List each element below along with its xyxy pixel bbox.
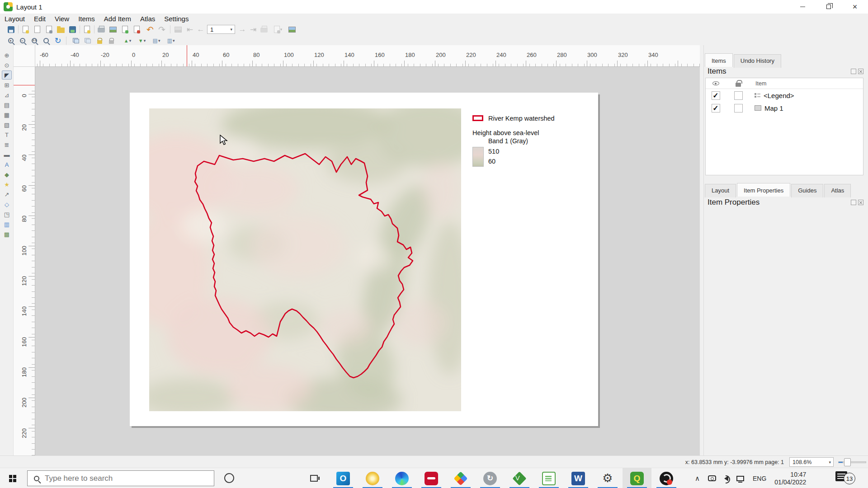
unlock-items-button[interactable] xyxy=(107,36,116,45)
add-3d-map-button[interactable]: ▦ xyxy=(2,110,12,119)
zoom-actual-button[interactable]: 1:1 xyxy=(30,36,39,45)
redo-button[interactable]: ↷ xyxy=(157,25,166,34)
layout-canvas[interactable]: River Kemp watershed Height above sea-le… xyxy=(35,67,700,455)
export-pdf-button[interactable] xyxy=(132,25,141,34)
layout-page[interactable]: River Kemp watershed Height above sea-le… xyxy=(130,93,598,426)
visibility-checkbox[interactable]: ✓ xyxy=(712,104,720,113)
taskbar-app-settings[interactable]: ⚙ xyxy=(593,468,622,488)
last-feature-button[interactable]: ⇥ xyxy=(249,25,258,34)
zoom-slider[interactable] xyxy=(838,461,866,463)
save-as-template-button[interactable] xyxy=(68,25,77,34)
legend-item[interactable]: River Kemp watershed Height above sea-le… xyxy=(472,114,594,169)
lock-checkbox[interactable] xyxy=(734,104,743,113)
menu-settings[interactable]: Settings xyxy=(160,14,193,24)
taskbar-app-libreoffice-calc[interactable] xyxy=(534,468,563,488)
lock-checkbox[interactable] xyxy=(734,91,743,100)
item-row-legend[interactable]: ✓ <Legend> xyxy=(706,89,863,102)
map-item[interactable] xyxy=(149,108,461,411)
minimize-button[interactable] xyxy=(789,0,816,14)
preview-atlas-button[interactable] xyxy=(174,25,183,34)
zoom-in-button[interactable]: + xyxy=(6,36,15,45)
close-panel-button[interactable] xyxy=(858,69,863,74)
zoom-full-button[interactable] xyxy=(42,36,51,45)
pan-tool-button[interactable]: ⊕ xyxy=(2,51,12,60)
taskbar-app-qgis-active[interactable]: Q xyxy=(623,468,651,488)
print-atlas-button[interactable] xyxy=(259,25,269,34)
tab-items[interactable]: Items xyxy=(705,53,733,67)
float-panel-button[interactable] xyxy=(851,200,856,205)
select-move-item-button[interactable]: ◤ xyxy=(2,70,12,80)
next-feature-button[interactable]: → xyxy=(238,25,247,34)
first-feature-button[interactable]: ⇤ xyxy=(185,25,194,34)
save-project-button[interactable] xyxy=(6,25,15,34)
undo-button[interactable]: ↶ xyxy=(146,25,155,34)
zoom-tool-button[interactable]: ⊙ xyxy=(2,61,12,70)
print-button[interactable] xyxy=(97,25,106,34)
menu-edit[interactable]: Edit xyxy=(29,14,50,24)
add-arrow-button[interactable]: ↗ xyxy=(2,190,12,199)
add-attribute-table-button[interactable]: ▥ xyxy=(2,220,12,229)
duplicate-layout-button[interactable] xyxy=(33,25,42,34)
tab-item-properties[interactable]: Item Properties xyxy=(737,183,790,197)
export-image-button[interactable] xyxy=(108,25,118,34)
add-north-arrow-button[interactable]: A xyxy=(2,160,12,169)
add-scalebar-button[interactable]: ▬ xyxy=(2,150,12,159)
taskbar-app-outlook[interactable]: O xyxy=(329,468,358,488)
zoom-level-combo[interactable]: 108.6% ▾ xyxy=(789,457,834,467)
add-fixed-table-button[interactable]: ▩ xyxy=(2,230,12,239)
lower-items-dropdown[interactable]: ▼▾ xyxy=(136,36,148,45)
taskbar-app-photos[interactable] xyxy=(358,468,387,488)
start-button[interactable] xyxy=(0,468,25,488)
taskbar-clock[interactable]: 10:47 01/04/2022 xyxy=(774,471,806,486)
search-input[interactable] xyxy=(45,474,214,483)
distribute-items-dropdown[interactable]: ▥▾ xyxy=(165,36,177,45)
previous-feature-button[interactable]: ← xyxy=(196,25,205,34)
tray-chevron-icon[interactable]: ∧ xyxy=(695,474,700,483)
item-row-map[interactable]: ✓ Map 1 xyxy=(706,102,863,114)
zoom-out-button[interactable]: − xyxy=(18,36,27,45)
menu-layout[interactable]: Layout xyxy=(0,14,29,24)
visibility-checkbox[interactable]: ✓ xyxy=(712,91,720,100)
restore-button[interactable] xyxy=(816,0,842,14)
add-map-button[interactable]: ▤ xyxy=(2,100,12,109)
language-indicator[interactable]: ENG xyxy=(753,475,766,482)
new-layout-button[interactable] xyxy=(21,25,30,34)
add-marker-button[interactable]: ★ xyxy=(2,180,12,189)
move-item-content-button[interactable]: ⊞ xyxy=(2,80,12,89)
tab-undo-history[interactable]: Undo History xyxy=(734,54,781,68)
edit-nodes-item-button[interactable]: ⊿ xyxy=(2,90,12,99)
zoom-slider-handle[interactable] xyxy=(844,458,851,466)
float-panel-button[interactable] xyxy=(851,69,856,74)
export-svg-button[interactable] xyxy=(120,25,129,34)
tab-layout[interactable]: Layout xyxy=(705,184,736,197)
menu-add-item[interactable]: Add Item xyxy=(99,14,136,24)
add-picture-button[interactable]: ▧ xyxy=(2,120,12,129)
taskbar-app-shapes[interactable] xyxy=(446,468,475,488)
atlas-settings-button[interactable] xyxy=(288,25,297,34)
add-html-button[interactable]: ◳ xyxy=(2,210,12,219)
tab-atlas[interactable]: Atlas xyxy=(824,184,851,197)
add-node-item-button[interactable]: ◇ xyxy=(2,200,12,209)
refresh-button[interactable]: ↻ xyxy=(53,36,62,45)
close-panel-button[interactable] xyxy=(858,200,863,205)
add-legend-button[interactable]: ≣ xyxy=(2,140,12,149)
load-template-button[interactable] xyxy=(56,25,65,34)
raise-items-dropdown[interactable]: ▲▾ xyxy=(121,36,134,45)
tab-guides[interactable]: Guides xyxy=(791,184,823,197)
menu-items[interactable]: Items xyxy=(74,14,99,24)
close-button[interactable]: × xyxy=(842,0,868,14)
layout-manager-button[interactable] xyxy=(44,25,53,34)
add-shape-button[interactable]: ◆ xyxy=(2,170,12,179)
taskbar-app-expressvpn[interactable] xyxy=(417,468,446,488)
taskbar-app-obs[interactable] xyxy=(652,468,681,488)
export-atlas-button[interactable]: ▾ xyxy=(271,25,285,34)
lock-items-button[interactable] xyxy=(95,36,104,45)
menu-view[interactable]: View xyxy=(50,14,74,24)
taskbar-app-word[interactable]: W xyxy=(564,468,593,488)
taskbar-app-vim[interactable]: V xyxy=(505,468,534,488)
taskbar-search[interactable] xyxy=(27,470,214,486)
cortana-button[interactable] xyxy=(224,473,234,483)
task-view-button[interactable] xyxy=(299,468,328,488)
tray-camera-button[interactable] xyxy=(708,475,716,481)
align-items-dropdown[interactable]: ▤▾ xyxy=(150,36,163,45)
